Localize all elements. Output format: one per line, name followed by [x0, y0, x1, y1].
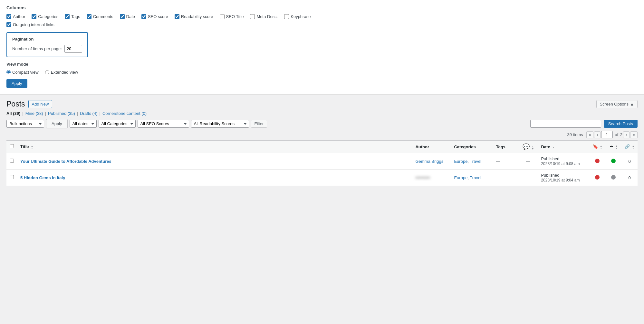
row2-checkbox[interactable] — [10, 175, 14, 179]
column-readability-score[interactable]: Readability score — [175, 14, 213, 19]
row2-readability-dot — [611, 175, 616, 180]
column-keyphrase[interactable]: Keyphrase — [284, 14, 311, 19]
posts-section: Posts Add New Screen Options ▲ All (39) … — [0, 95, 644, 191]
extended-view-option[interactable]: Extended view — [45, 70, 78, 75]
row2-title-link[interactable]: 5 Hidden Gems in Italy — [20, 175, 65, 180]
filter-all-link[interactable]: All (39) — [6, 111, 20, 116]
row1-title-link[interactable]: Your Ultimate Guide to Affordable Advent… — [20, 159, 111, 164]
column-keyphrase-checkbox[interactable] — [284, 14, 289, 19]
posts-table: Title ▲▼ Author Categories Tags 💬 ▲▼ — [6, 140, 638, 186]
column-tags-checkbox[interactable] — [65, 14, 70, 19]
th-title[interactable]: Title ▲▼ — [17, 141, 412, 153]
column-author[interactable]: Author — [6, 14, 25, 19]
all-readability-scores-dropdown[interactable]: All Readability Scores Good OK Bad Not a… — [191, 120, 249, 128]
links-icon: 🔗 — [625, 144, 630, 149]
column-readability-score-checkbox[interactable] — [175, 14, 179, 19]
filter-all[interactable]: All (39) — [6, 111, 20, 116]
row1-author-cell: Gemma Briggs — [412, 153, 451, 170]
th-comments[interactable]: 💬 ▲▼ — [518, 141, 538, 153]
filter-published-link[interactable]: Published (35) — [48, 111, 75, 116]
row2-cat-travel-link[interactable]: Travel — [470, 175, 481, 180]
bulk-apply-button[interactable]: Apply — [46, 119, 68, 128]
compact-view-option[interactable]: Compact view — [6, 70, 39, 75]
search-input[interactable] — [530, 120, 601, 128]
compact-view-radio[interactable] — [6, 70, 11, 74]
screen-options-apply-button[interactable]: Apply — [6, 79, 27, 88]
column-date[interactable]: Date — [120, 14, 135, 19]
search-posts-button[interactable]: Search Posts — [604, 120, 638, 128]
filter-drafts[interactable]: Drafts (4) — [80, 111, 97, 116]
column-comments-checkbox[interactable] — [87, 14, 91, 19]
row1-date-cell: Published 2023/10/19 at 9:08 am — [538, 153, 589, 170]
row1-author-link[interactable]: Gemma Briggs — [415, 159, 443, 164]
title-sort-link[interactable]: Title ▲▼ — [20, 144, 33, 149]
add-new-button[interactable]: Add New — [28, 100, 53, 108]
column-seo-score-label: SEO score — [148, 14, 168, 19]
row2-comments-cell: — — [518, 170, 538, 186]
column-seo-title-checkbox[interactable] — [220, 14, 225, 19]
th-readability[interactable]: ✒ ▲▼ — [605, 141, 621, 153]
tablenav-left: Bulk actions Edit Move to Trash Apply Al… — [6, 119, 267, 128]
select-all-checkbox[interactable] — [10, 144, 14, 148]
row1-title-cell: Your Ultimate Guide to Affordable Advent… — [17, 153, 412, 170]
bulk-actions-dropdown[interactable]: Bulk actions Edit Move to Trash — [6, 120, 44, 128]
row1-tags-cell: — — [493, 153, 518, 170]
row1-cat-europe-link[interactable]: Europe — [454, 159, 467, 164]
column-tags[interactable]: Tags — [65, 14, 80, 19]
prev-page-button[interactable]: ‹ — [594, 131, 601, 138]
filter-cornerstone[interactable]: Cornerstone content (0) — [102, 111, 147, 116]
row1-checkbox[interactable] — [10, 159, 14, 163]
pagination-title: Pagination — [12, 37, 82, 42]
column-meta-desc[interactable]: Meta Desc. — [250, 14, 278, 19]
filter-cornerstone-link[interactable]: Cornerstone content (0) — [102, 111, 147, 116]
row1-seo-dot — [595, 159, 600, 163]
compact-view-label: Compact view — [12, 70, 39, 75]
items-per-page-input[interactable] — [64, 45, 82, 53]
row2-seo-cell — [589, 170, 605, 186]
first-page-button[interactable]: « — [586, 131, 594, 138]
all-seo-scores-dropdown[interactable]: All SEO Scores Good (green) OK (orange) … — [138, 120, 189, 128]
pagination-box: Pagination Number of items per page: — [6, 32, 88, 57]
column-seo-title[interactable]: SEO Title — [220, 14, 244, 19]
row2-checkbox-cell — [6, 170, 17, 186]
th-tags: Tags — [493, 141, 518, 153]
readability-icon: ✒ — [610, 144, 613, 149]
all-dates-dropdown[interactable]: All dates — [70, 120, 97, 128]
th-date[interactable]: Date ▼ — [538, 141, 589, 153]
filter-mine[interactable]: Mine (38) — [25, 111, 43, 116]
current-page-input[interactable] — [601, 131, 613, 138]
next-page-button[interactable]: › — [623, 131, 630, 138]
page-title: Posts — [6, 100, 25, 108]
screen-options-button[interactable]: Screen Options ▲ — [596, 100, 638, 108]
column-author-checkbox[interactable] — [6, 14, 11, 19]
filter-drafts-link[interactable]: Drafts (4) — [80, 111, 97, 116]
filter-button[interactable]: Filter — [251, 120, 267, 128]
row2-cat-europe-link[interactable]: Europe — [454, 175, 467, 180]
th-checkbox — [6, 141, 17, 153]
column-comments[interactable]: Comments — [87, 14, 113, 19]
filter-published[interactable]: Published (35) — [48, 111, 75, 116]
row1-checkbox-cell — [6, 153, 17, 170]
column-categories[interactable]: Categories — [32, 14, 58, 19]
column-outgoing-label: Outgoing internal links — [13, 22, 54, 27]
column-outgoing[interactable]: Outgoing internal links — [6, 22, 54, 27]
date-sort-link[interactable]: Date ▼ — [541, 144, 554, 149]
column-date-checkbox[interactable] — [120, 14, 125, 19]
column-date-label: Date — [126, 14, 135, 19]
row1-cat-travel-link[interactable]: Travel — [470, 159, 481, 164]
column-seo-score[interactable]: SEO score — [141, 14, 168, 19]
extended-view-radio[interactable] — [45, 70, 49, 74]
view-mode-label: View mode — [6, 62, 638, 67]
column-seo-score-checkbox[interactable] — [141, 14, 146, 19]
column-meta-desc-checkbox[interactable] — [250, 14, 255, 19]
row1-status: Published — [541, 156, 559, 161]
column-categories-checkbox[interactable] — [32, 14, 36, 19]
th-seo[interactable]: 🔖 ▲▼ — [589, 141, 605, 153]
column-author-label: Author — [13, 14, 25, 19]
th-links[interactable]: 🔗 ▲▼ — [621, 141, 638, 153]
column-outgoing-checkbox[interactable] — [6, 22, 11, 27]
view-mode-row: Compact view Extended view — [6, 70, 638, 75]
all-categories-dropdown[interactable]: All Categories — [99, 120, 136, 128]
last-page-button[interactable]: » — [630, 131, 638, 138]
filter-mine-link[interactable]: Mine (38) — [25, 111, 43, 116]
